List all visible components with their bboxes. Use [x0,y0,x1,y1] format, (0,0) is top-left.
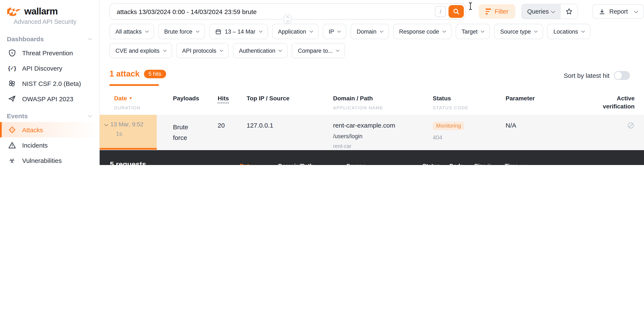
sort-toggle[interactable] [614,71,630,80]
sort-desc-icon: ▼ [129,96,133,100]
requests-count-title: 5 requests [110,160,216,165]
filter-icon [486,8,491,14]
paper-plane-icon [8,94,16,103]
chevron-down-icon [286,19,289,22]
chevron-down-icon [534,29,538,33]
col-size[interactable]: Size B [474,163,491,165]
attack-application: rent-car [333,143,429,149]
favorite-star-button[interactable] [560,4,578,19]
attack-payload: Brute force [173,122,199,143]
col-status-code: STATUS CODE [433,105,502,110]
chip-api-protocols[interactable]: API protocols [176,43,229,58]
chip-locations[interactable]: Locations [548,24,590,39]
attack-path: /users/login [333,133,429,140]
attack-parameter: N/A [506,122,516,129]
queries-button[interactable]: Queries [522,4,560,19]
chevron-down-icon [196,29,199,33]
chip-target[interactable]: Target [456,24,490,39]
brand-name: wallarm [24,6,58,17]
attack-status-code: 404 [433,135,502,141]
col-hits[interactable]: Hits [218,95,229,103]
search-bar: / [110,3,466,19]
attack-row-date-cell[interactable]: 13 Mar, 9:52 1s [100,115,157,150]
attack-hits: 20 [218,122,225,129]
col-top-ip: Top IP / Source [246,95,290,102]
filter-chips-row2: CVE and exploits API protocols Authentic… [100,43,644,58]
sidebar-section-events[interactable]: Events [0,106,99,122]
chip-source-type[interactable]: Source type [494,24,543,39]
nist-icon [8,79,16,88]
biohazard-icon: ☣ [8,156,16,165]
search-input[interactable] [110,8,435,15]
sidebar-item-incidents[interactable]: Incidents [0,137,99,153]
filter-button[interactable]: Filter [479,4,515,19]
search-icon [453,8,460,15]
requests-table: Date▼ Domain/Path Source Status Code Siz… [231,163,630,165]
chip-ip[interactable]: IP [323,24,346,39]
sidebar-item-nist-csf[interactable]: NIST CSF 2.0 (Beta) [0,76,99,91]
col-source: Source [346,163,400,165]
chevron-down-icon [337,29,341,33]
topbar: / Filter Queries [100,0,644,20]
results-bar: 1 attack 5 hits Sort by latest hit [110,69,630,86]
col-status: Status [433,95,451,102]
attack-top-ip: 127.0.0.1 [246,122,273,129]
chip-attack-kind[interactable]: Brute force [158,24,205,39]
sidebar-section-dashboards[interactable]: Dashboards [0,29,99,45]
chip-authentication[interactable]: Authentication [233,43,288,58]
col-duration: DURATION [114,105,157,110]
col-status: Status [400,163,440,165]
search-expand-handle[interactable] [284,14,291,24]
chip-cve-exploits[interactable]: CVE and exploits [110,43,172,58]
chip-response-code[interactable]: Response code [393,24,452,39]
attacks-table: Date▼ DURATION Payloads Hits Top IP / So… [100,94,644,150]
attacks-table-header: Date▼ DURATION Payloads Hits Top IP / So… [100,94,644,115]
chevron-down-icon [259,29,262,33]
chevron-down-icon [481,29,484,33]
chevron-down-icon [220,48,223,52]
sort-label: Sort by latest hit [564,72,610,79]
chevron-down-icon [336,48,340,52]
chevron-down-icon [380,29,383,33]
sidebar-item-api-discovery-dash[interactable]: {✓} API Discovery [0,60,99,76]
chevron-down-icon [278,48,282,52]
shield-bolt-icon [8,48,16,57]
requests-table-header: Date▼ Domain/Path Source Status Code Siz… [231,163,630,165]
col-code: Code [440,163,464,165]
col-domain-path: Domain / Path [333,95,373,102]
sidebar-item-owasp-api[interactable]: OWASP API 2023 [0,91,99,106]
chevron-down-icon [88,36,92,40]
text-cursor [468,2,473,10]
chip-date-range[interactable]: 13 – 14 Mar [209,24,268,39]
attack-duration: 1s [116,130,157,137]
brand-subtitle: Advanced API Security [14,18,99,25]
active-verification-disabled-icon[interactable] [627,122,635,129]
chip-domain[interactable]: Domain [351,24,389,39]
report-button[interactable]: Report [593,4,644,19]
attack-domain: rent-car-example.com [333,122,429,129]
chip-attack-type[interactable]: All attacks [110,24,154,39]
hits-badge: 5 hits [144,70,166,78]
sidebar-item-vulnerabilities[interactable]: ☣ Vulnerabilities [0,153,99,165]
chip-compare-to[interactable]: Compare to... [292,43,345,58]
attack-date: 13 Mar, 9:52 [110,121,144,128]
chevron-down-icon [310,29,313,33]
chevron-down-icon [551,9,556,13]
sidebar-item-attacks[interactable]: Attacks [0,122,99,137]
chip-application[interactable]: Application [272,24,318,39]
col-date[interactable]: Date▼ [240,163,258,165]
chevron-down-icon [442,29,446,33]
wallarm-console: wallarm Advanced API Security Dashboards… [0,0,644,165]
chevron-down-icon [145,29,149,33]
col-date[interactable]: Date▼ [114,95,133,102]
sidebar-item-threat-prevention[interactable]: Threat Prevention [0,45,99,60]
col-time[interactable]: Time ms [505,163,527,165]
chevron-down-icon [104,122,108,126]
sort-desc-icon: ▼ [254,164,258,165]
attack-row[interactable]: 13 Mar, 9:52 1s Brute force 20 127.0.0.1… [100,115,644,150]
col-application-name: APPLICATION NAME [333,105,429,110]
chevron-up-icon [286,16,289,19]
slash-shortcut-key: / [435,6,446,17]
search-button[interactable] [449,5,464,18]
chevron-down-icon [163,48,166,52]
